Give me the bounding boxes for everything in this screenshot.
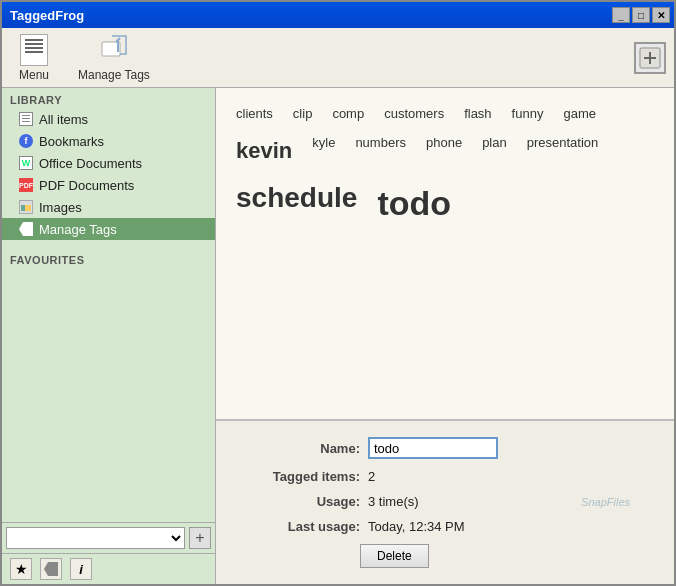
tag-flash[interactable]: flash [464,104,491,125]
maximize-button[interactable]: □ [632,7,650,23]
sidebar-item-manage-tags[interactable]: Manage Tags [2,218,215,240]
detail-panel: Name: Tagged items: 2 Usage: 3 time(s) L… [216,420,674,584]
sidebar-add-button[interactable]: + [189,527,211,549]
name-row: Name: [240,437,650,459]
manage-tags-label: Manage Tags [78,68,150,82]
sidebar-item-bookmarks-label: Bookmarks [39,134,104,149]
tag-kyle[interactable]: kyle [312,133,335,168]
sidebar-item-manage-tags-label: Manage Tags [39,222,117,237]
office-icon: W [18,155,34,171]
favourites-header: FAVOURITES [2,248,215,268]
sidebar-item-all-items[interactable]: All items [2,108,215,130]
pdf-icon: PDF [18,177,34,193]
tag-clip[interactable]: clip [293,104,313,125]
window-controls: _ □ ✕ [612,7,670,23]
sidebar-item-all-items-label: All items [39,112,88,127]
last-usage-label: Last usage: [240,519,360,534]
sidebar-item-bookmarks[interactable]: f Bookmarks [2,130,215,152]
manage-tags-icon [98,34,130,66]
menu-button[interactable]: Menu [10,30,58,86]
tag-customers[interactable]: customers [384,104,444,125]
library-header: LIBRARY [2,88,215,108]
sidebar-footer: ★ i [2,553,215,584]
sidebar-item-images[interactable]: Images [2,196,215,218]
usage-row: Usage: 3 time(s) [240,494,650,509]
sidebar-item-pdf-label: PDF Documents [39,178,134,193]
tagged-items-label: Tagged items: [240,469,360,484]
tag-clients[interactable]: clients [236,104,273,125]
usage-value: 3 time(s) [368,494,419,509]
sidebar-item-pdf-documents[interactable]: PDF PDF Documents [2,174,215,196]
window-title: TaggedFrog [10,8,84,23]
tag-numbers[interactable]: numbers [355,133,406,168]
menu-label: Menu [19,68,49,82]
info-button[interactable]: i [70,558,92,580]
svg-line-2 [116,38,120,42]
favourites-area [2,268,215,522]
all-items-icon [18,111,34,127]
images-icon [18,199,34,215]
sidebar-item-office-documents[interactable]: W Office Documents [2,152,215,174]
sidebar-item-office-label: Office Documents [39,156,142,171]
name-label: Name: [240,441,360,456]
sidebar-item-images-label: Images [39,200,82,215]
tag-presentation[interactable]: presentation [527,133,599,168]
name-input[interactable] [368,437,498,459]
tagged-items-row: Tagged items: 2 [240,469,650,484]
tag-todo[interactable]: todo [377,176,451,230]
add-button[interactable] [634,42,666,74]
sidebar: LIBRARY All items f Bookmarks W Office D… [2,88,216,584]
menu-icon [18,34,50,66]
tag-kevin[interactable]: kevin [236,133,292,168]
sidebar-bottom: + [2,522,215,553]
title-bar: TaggedFrog _ □ ✕ [2,2,674,28]
tag-icon [18,221,34,237]
tag-button[interactable] [40,558,62,580]
tag-plan[interactable]: plan [482,133,507,168]
right-panel: clientsclipcompcustomersflashfunnygameke… [216,88,674,584]
app-window: TaggedFrog _ □ ✕ Menu Manage Tags [0,0,676,586]
tag-cloud: clientsclipcompcustomersflashfunnygameke… [216,88,674,420]
delete-button[interactable]: Delete [360,544,429,568]
tagged-items-value: 2 [368,469,375,484]
manage-tags-button[interactable]: Manage Tags [70,30,158,86]
tag-game[interactable]: game [563,104,596,125]
usage-label: Usage: [240,494,360,509]
tag-funny[interactable]: funny [512,104,544,125]
tag-phone[interactable]: phone [426,133,462,168]
close-button[interactable]: ✕ [652,7,670,23]
tag-schedule[interactable]: schedule [236,176,357,230]
minimize-button[interactable]: _ [612,7,630,23]
delete-row: SnapFiles Delete [240,544,650,568]
star-button[interactable]: ★ [10,558,32,580]
bookmarks-icon: f [18,133,34,149]
last-usage-row: Last usage: Today, 12:34 PM [240,519,650,534]
toolbar: Menu Manage Tags [2,28,674,88]
last-usage-value: Today, 12:34 PM [368,519,465,534]
tag-comp[interactable]: comp [332,104,364,125]
main-content: LIBRARY All items f Bookmarks W Office D… [2,88,674,584]
sidebar-dropdown[interactable] [6,527,185,549]
